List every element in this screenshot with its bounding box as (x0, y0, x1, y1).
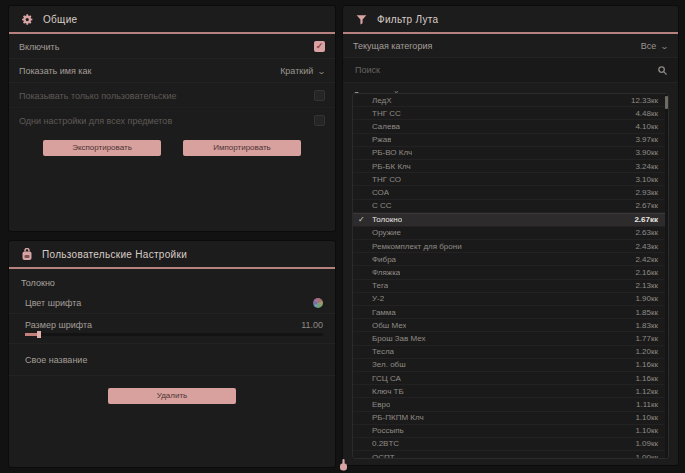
loot-row[interactable]: Фляжка2.16кк (353, 266, 668, 279)
show-name-row: Показать имя как Краткий ⌄ (9, 59, 335, 83)
loot-row[interactable]: СОА2.93кк (353, 186, 668, 199)
loot-item-name: ТНГ СО (372, 175, 401, 184)
custom-name-row: Свое название (9, 344, 335, 376)
loot-row[interactable]: Ключ ТБ1.12кк (353, 385, 668, 398)
loot-row[interactable]: Обш Мех1.83кк (353, 319, 668, 332)
font-size-label: Размер шрифта (25, 320, 92, 330)
loot-item-name: Тесла (372, 347, 394, 356)
loot-item-value: 1.00кк (635, 453, 658, 459)
loot-item-value: 12.33кк (631, 96, 658, 105)
loot-item-name: РБ-ПКПМ Клч (372, 413, 424, 422)
font-size-slider[interactable] (25, 333, 323, 336)
loot-item-value: 1.09кк (635, 439, 658, 448)
loot-row[interactable]: Брош Зав Мех1.77кк (353, 332, 668, 345)
loot-row[interactable]: ОСПТ1.00кк (353, 451, 668, 459)
only-custom-row: Показывать только пользовательские (9, 83, 335, 108)
export-import-row: Экспортировать Импортировать (9, 132, 335, 162)
font-color-label: Цвет шрифта (25, 298, 81, 308)
delete-button[interactable]: Удалить (108, 388, 236, 404)
loot-row[interactable]: Тесла1.20кк (353, 346, 668, 359)
loot-row[interactable]: Евро1.11кк (353, 398, 668, 411)
loot-item-value: 2.13кк (635, 281, 658, 290)
loot-list: ЛедХ12.33ккТНГ СС4.48ккСалева4.10ккРжав3… (352, 93, 669, 459)
scrollbar-track[interactable] (665, 94, 668, 458)
loot-row[interactable]: Оружие2.63кк (353, 227, 668, 240)
loot-row[interactable]: Ржав3.97кк (353, 134, 668, 147)
loot-row[interactable]: Тега2.13кк (353, 280, 668, 293)
only-custom-checkbox[interactable] (314, 90, 325, 101)
color-wheel-icon[interactable] (313, 298, 323, 308)
custom-name-input[interactable] (169, 354, 323, 366)
loot-row[interactable]: Россыпь1.10кк (353, 425, 668, 438)
loot-item-name: Евро (372, 400, 390, 409)
loot-row[interactable]: С СС2.67кк (353, 200, 668, 213)
loot-row[interactable]: ТНГ СС4.48кк (353, 107, 668, 120)
loot-row[interactable]: Гамма1.85кк (353, 306, 668, 319)
search-row (343, 58, 678, 83)
loot-item-value: 2.43кк (635, 242, 658, 251)
loot-row[interactable]: Фибра2.42кк (353, 253, 668, 266)
loot-row[interactable]: ГСЦ СА1.16кк (353, 372, 668, 385)
general-settings-panel: Общие Включить ✓ Показать имя как Кратки… (8, 5, 336, 232)
loot-row[interactable]: У-21.90кк (353, 293, 668, 306)
funnel-icon (355, 13, 368, 26)
mcm-settings-screen: { "colors": { "accent": "#d8a3a3", "pane… (0, 0, 685, 473)
font-size-value: 11.00 (301, 320, 323, 330)
import-button[interactable]: Импортировать (183, 140, 301, 156)
general-panel-header: Общие (9, 6, 335, 32)
enable-label: Включить (19, 42, 59, 52)
gear-icon (21, 13, 34, 26)
loot-item-name: Ржав (372, 135, 391, 144)
loot-row[interactable]: Зел. обш1.16кк (353, 359, 668, 372)
loot-item-value: 1.20кк (635, 347, 658, 356)
scrollbar-thumb[interactable] (665, 96, 668, 109)
category-dropdown[interactable]: Все ⌄ (641, 41, 668, 51)
same-settings-label: Одни настройки для всех предметов (19, 116, 172, 126)
search-icon[interactable] (657, 65, 668, 76)
only-custom-label: Показывать только пользовательские (19, 91, 177, 101)
loot-item-name: ГСЦ СА (372, 374, 401, 383)
delete-row: Удалить (9, 376, 335, 410)
export-button[interactable]: Экспортировать (43, 140, 161, 156)
loot-item-name: 0.2BTC (372, 439, 399, 448)
loot-item-name: Фляжка (372, 268, 400, 277)
loot-item-value: 1.77кк (635, 334, 658, 343)
category-label: Текущая категория (353, 41, 432, 51)
font-size-slider-wrap (9, 332, 335, 344)
loot-item-name: РБ-БК Клч (372, 162, 411, 171)
loot-row[interactable]: ЛедХ12.33кк (353, 94, 668, 107)
show-name-dropdown[interactable]: Краткий ⌄ (280, 66, 325, 76)
custom-panel-header: Пользовательские Настройки (9, 241, 335, 267)
category-row: Текущая категория Все ⌄ (343, 34, 678, 58)
loot-row[interactable]: 0.2BTC1.09кк (353, 438, 668, 451)
show-name-label: Показать имя как (19, 66, 91, 76)
same-settings-checkbox[interactable] (314, 115, 325, 126)
slider-thumb[interactable] (37, 331, 41, 338)
loot-item-name: Оружие (372, 228, 401, 237)
loot-item-name: Салева (372, 122, 400, 131)
loot-row[interactable]: ✓Толокно2.67кк (353, 213, 668, 227)
loot-row[interactable]: РБ-ВО Клч3.90кк (353, 147, 668, 160)
search-input[interactable] (353, 64, 637, 76)
same-settings-row: Одни настройки для всех предметов (9, 108, 335, 132)
loot-item-name: ТНГ СС (372, 109, 401, 118)
loot-item-value: 3.24кк (635, 162, 658, 171)
hand-cursor-icon (339, 457, 348, 473)
loot-row[interactable]: Ремкомплект для брони2.43кк (353, 240, 668, 253)
loot-item-value: 1.90кк (635, 294, 658, 303)
loot-filter-panel: Фильтр Лута Текущая категория Все ⌄ Дост… (342, 5, 679, 466)
category-value: Все (641, 41, 657, 51)
loot-row[interactable]: РБ-БК Клч3.24кк (353, 160, 668, 173)
font-color-row[interactable]: Цвет шрифта (9, 292, 335, 314)
loot-item-value: 1.85кк (635, 308, 658, 317)
loot-item-value: 1.11кк (636, 400, 658, 409)
loot-item-name: ОСПТ (372, 453, 395, 459)
enable-checkbox[interactable]: ✓ (314, 41, 325, 52)
chevron-down-icon: ⌄ (317, 67, 326, 76)
loot-row[interactable]: Салева4.10кк (353, 120, 668, 133)
loot-item-name: Тега (372, 281, 388, 290)
loot-row[interactable]: ТНГ СО3.10кк (353, 173, 668, 186)
loot-item-name: Брош Зав Мех (372, 334, 426, 343)
loot-row[interactable]: РБ-ПКПМ Клч1.10кк (353, 412, 668, 425)
loot-item-name: Ключ ТБ (372, 387, 404, 396)
